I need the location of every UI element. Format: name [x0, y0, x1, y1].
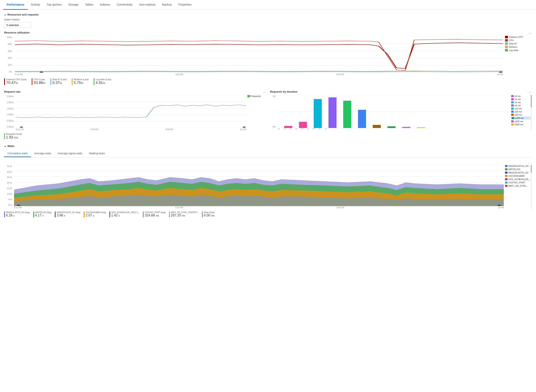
chevron-up-icon[interactable]: ▲: [4, 14, 6, 16]
waits-metric-pageiolatch-ex-bar: [55, 211, 55, 217]
metric-workers-info: Workers (Last) 5.75%: [74, 78, 89, 85]
waits-y-15: 15.0s: [4, 187, 12, 190]
metric-cpu-info: CPU (Last) 93.86%: [34, 78, 46, 85]
svg-rect-26: [388, 126, 396, 128]
requests-by-duration-more[interactable]: …: [529, 90, 532, 93]
waits-metric-cxsync-port-value: 324.68 ms: [145, 214, 166, 217]
waits-metric-cxconsumer-bar: [84, 211, 84, 217]
metric-log-write: Log write (Last) 4.91%: [94, 78, 111, 85]
x-label-930: 9:30 PM: [176, 73, 183, 76]
main-content: ▲ Resources and requests Select metrics …: [0, 10, 536, 221]
tab-connectivity[interactable]: Connectivity: [113, 0, 136, 10]
resource-utilization-more[interactable]: …: [529, 31, 532, 34]
requests-by-duration-chart: 1M 0M: [270, 95, 532, 131]
rr-x-945: 9:45 PM: [165, 128, 173, 131]
waits-metric-other-label: Other (Avg): [204, 211, 214, 214]
rr-x-915: 9:15 PM: [16, 128, 23, 131]
waits-tab-cumulative[interactable]: Cumulative waits: [4, 150, 31, 157]
y-label-0: 0%: [4, 71, 12, 73]
waits-section: ▲ Waits Cumulative waits Average waits A…: [4, 145, 532, 217]
waits-metric-pageiolatch-sh: PAGEIOLATCH_SH (Avg) 6.28 s: [4, 211, 30, 217]
dur-legend-5ms-label: ≥5 ms: [514, 104, 521, 107]
waits-x-10pm: 10 PM: [498, 206, 504, 209]
metric-cpu: CPU (Last) 93.86%: [32, 78, 46, 85]
metric-data-io-label: Data IO (Last): [52, 78, 67, 81]
waits-scrollbar-thumb[interactable]: [531, 165, 532, 173]
dur-legend-5ms: ≥5 ms: [511, 104, 532, 107]
dur-legend-5ms-color: [511, 104, 514, 107]
resource-legend: Instance CPU CPU Data IO Workers Log wri…: [505, 36, 532, 76]
tab-activity[interactable]: Activity: [28, 0, 43, 10]
waits-metric-other-bar: [202, 211, 203, 217]
requests-by-duration-section: Requests by duration … 1M 0M: [270, 90, 532, 140]
waits-legend-sos-scheduler-label: SOS_SCHEDULER_...: [508, 178, 531, 181]
metric-workers-bar: [72, 78, 73, 85]
resources-section-title: Resources and requests: [7, 13, 39, 16]
dur-legend-100ms-color: [512, 117, 514, 119]
select-metrics-label: Select metrics: [4, 18, 532, 21]
waits-legend-pageiolatch-ex: PAGEIOLATCH_EX: [505, 171, 532, 174]
waits-legend-wait-on-sync: WAIT_ON_SYNC...: [505, 185, 532, 187]
request-rate-more[interactable]: …: [263, 90, 266, 93]
waits-legend-pageiolatch-ex-color: [505, 172, 508, 174]
waits-tab-waiting-tasks[interactable]: Waiting tasks: [86, 150, 108, 157]
dur-x-0ms: ≥0 ms: [277, 128, 283, 130]
request-rate-metric: Requests (Last) 1.93 K/s: [4, 133, 266, 140]
legend-requests-label: Requests: [251, 95, 261, 97]
legend-scrollbar-track[interactable]: [531, 95, 532, 131]
legend-instance-cpu: Instance CPU: [505, 36, 532, 38]
resource-chart-svg-container: 9:15 PM 9:30 PM 9:45 PM 10 PM: [15, 36, 503, 76]
waits-chart-more[interactable]: …: [4, 161, 532, 164]
tab-geo-replicas[interactable]: Geo-replicas: [136, 0, 159, 10]
dur-legend-0ms-color: [511, 95, 514, 97]
x-label-915: 9:15 PM: [15, 73, 23, 76]
waits-tab-signal[interactable]: Average signal waits: [55, 150, 86, 157]
y-label-40: 40%: [4, 57, 12, 59]
waits-y-35: 35.0s: [4, 165, 12, 168]
waits-y-5: 5.0s: [4, 198, 12, 201]
tab-storage[interactable]: Storage: [65, 0, 82, 10]
waits-metric-writelog-value: 4.17 s: [35, 214, 52, 217]
tab-performance[interactable]: Performance: [3, 0, 28, 10]
waits-svg: [14, 165, 504, 206]
waits-legend-cxconsumer: CXCONSUMER: [505, 175, 532, 177]
dur-legend-500ms-color: [511, 123, 514, 126]
dur-legend-20ms-color: [511, 111, 514, 113]
waits-legend-pageiolatch-ex-label: PAGEIOLATCH_EX: [508, 171, 528, 174]
waits-scrollbar-track[interactable]: [531, 165, 532, 209]
rr-y-050: 0.50K/s: [4, 120, 14, 122]
dur-y-1m: 1M: [270, 95, 275, 98]
dur-x-200ms: ≥200 ms: [324, 128, 330, 130]
waits-metric-pageiolatch-ex: PAGEIOLATCH_EX (Avg) 3.96 s: [55, 211, 80, 217]
svg-marker-14: [20, 126, 23, 128]
resource-utilization-chart-area: 100% 80% 60% 40% 20% 0%: [4, 36, 532, 76]
waits-metric-other: Other (Avg) 6.00 ms: [202, 211, 214, 217]
waits-metric-writelog-label: WRITELOG (Avg): [35, 211, 52, 214]
y-label-60: 60%: [4, 50, 12, 52]
legend-scrollbar-thumb[interactable]: [531, 95, 532, 107]
waits-x-915: 9:15 PM: [14, 206, 22, 209]
metric-log-write-label: Log write (Last): [96, 78, 111, 81]
waits-tab-average[interactable]: Average waits: [31, 150, 54, 157]
waits-metric-other-value: 6.00 ms: [204, 214, 214, 217]
tab-top-queries[interactable]: Top queries: [43, 0, 65, 10]
tab-tables[interactable]: Tables: [82, 0, 97, 10]
x-label-10pm: 10 PM: [497, 73, 503, 76]
waits-chevron-up-icon[interactable]: ▲: [4, 145, 6, 147]
metrics-dropdown[interactable]: 5 selected ⌄: [4, 22, 31, 28]
metric-workers: Workers (Last) 5.75%: [72, 78, 89, 85]
dur-x-2ms: ≥2 ms: [289, 128, 295, 130]
tab-indexes[interactable]: Indexes: [97, 0, 113, 10]
waits-metric-pageiolatch-ex-label: PAGEIOLATCH_EX (Avg): [57, 211, 80, 214]
request-rate-section: Request rate … 2.50K/s 2.00K/s 1.50K/s 1…: [4, 90, 266, 140]
x-label-945: 9:45 PM: [336, 73, 344, 76]
svg-marker-7: [499, 71, 503, 73]
waits-metric-wait-on-sync-value: 287.20 ms: [171, 214, 199, 217]
svg-rect-28: [417, 127, 425, 128]
tab-backup[interactable]: Backup: [159, 0, 175, 10]
waits-metric-cxsync-port: CXSYNC_PORT (Avg) 324.68 ms: [143, 211, 166, 217]
waits-legend-cxsync-port: CXSYNC_PORT: [505, 181, 532, 184]
metric-instance-cpu-info: Instance CPU (Last) 70.47%: [6, 78, 27, 85]
tab-properties[interactable]: Properties: [175, 0, 195, 10]
request-rate-svg: [16, 95, 246, 128]
